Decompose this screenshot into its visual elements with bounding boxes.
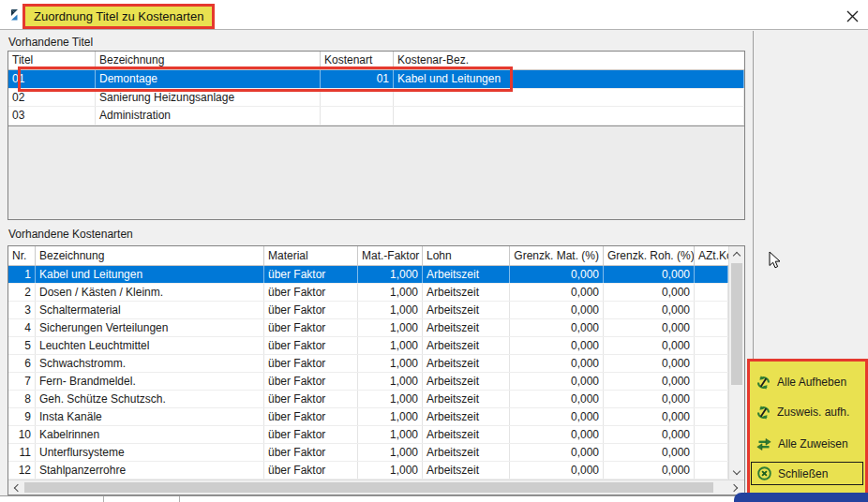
cell-bezeichnung: Sanierung Heizungsanlage [96, 89, 321, 107]
cell-lohn: Arbeitszeit [423, 266, 510, 283]
button-label: Alle Zuweisen [778, 437, 848, 450]
cell-nr: 7 [8, 373, 36, 390]
cell-kostenart_bez [394, 89, 744, 107]
dialog-titlebar: Zuordnung Titel zu Kostenarten [0, 0, 868, 30]
column-header-kostenart[interactable]: Kostenart [321, 52, 394, 69]
table-row[interactable]: 1Kabel und Leitungenüber Faktor1,000Arbe… [8, 266, 728, 284]
cell-grenzk_roh: 0,000 [604, 426, 695, 443]
cell-grenzk_roh: 0,000 [604, 444, 695, 461]
cell-azt [695, 284, 728, 301]
cell-azt [695, 426, 728, 443]
background-window-fragment [734, 493, 868, 502]
table-row[interactable]: 9Insta Kanäleüber Faktor1,000Arbeitszeit… [8, 408, 728, 426]
column-header-bezeichnung[interactable]: Bezeichnung [96, 52, 321, 69]
cell-bezeichnung: Dosen / Kästen / Kleinm. [36, 284, 264, 301]
cell-bezeichnung: Unterflursysteme [36, 444, 264, 461]
cell-mat_faktor: 1,000 [358, 373, 423, 390]
scroll-left-icon[interactable] [8, 480, 23, 495]
table-row[interactable]: 11Unterflursystemeüber Faktor1,000Arbeit… [8, 444, 728, 462]
cell-grenzk_roh: 0,000 [604, 462, 695, 479]
alle-aufheben-button[interactable]: Alle Aufheben [756, 373, 846, 391]
cell-grenzk_mat: 0,000 [510, 408, 604, 425]
table-row[interactable]: 2Dosen / Kästen / Kleinm.über Faktor1,00… [8, 284, 728, 302]
column-header-material[interactable]: Material [264, 246, 358, 265]
schliessen-button[interactable]: Schließen [751, 462, 863, 485]
column-header-mat-faktor[interactable]: Mat.-Faktor [358, 246, 423, 265]
cell-kostenart_bez: Kabel und Leitungen [394, 70, 744, 88]
table-row[interactable]: 10Kabelrinnenüber Faktor1,000Arbeitszeit… [8, 426, 728, 444]
cell-material: über Faktor [264, 426, 358, 443]
cell-nr: 8 [8, 391, 36, 407]
cell-lohn: Arbeitszeit [423, 444, 510, 461]
cell-nr: 2 [8, 284, 36, 301]
cell-lohn: Arbeitszeit [423, 284, 510, 301]
cell-azt [695, 319, 728, 336]
column-header-bezeichnung[interactable]: Bezeichnung [36, 246, 264, 265]
column-header-lohn[interactable]: Lohn [423, 246, 510, 265]
column-header-titel[interactable]: Titel [8, 52, 96, 69]
cell-mat_faktor: 1,000 [358, 355, 423, 372]
cell-mat_faktor: 1,000 [358, 284, 423, 301]
background-window-edge [103, 496, 104, 502]
alle-zuweisen-button[interactable]: Alle Zuweisen [756, 435, 848, 453]
button-label: Alle Aufheben [777, 376, 846, 389]
cell-lohn: Arbeitszeit [423, 355, 510, 372]
cell-grenzk_mat: 0,000 [510, 266, 604, 283]
horizontal-scrollbar-thumb[interactable] [24, 482, 713, 493]
scroll-down-icon[interactable] [729, 465, 744, 480]
cell-nr: 6 [8, 355, 36, 372]
column-header-kostenar-bez[interactable]: Kostenar-Bez. [394, 52, 744, 69]
cell-bezeichnung: Administration [96, 107, 321, 125]
column-header-nr[interactable]: Nr. [8, 246, 36, 265]
cell-lohn: Arbeitszeit [423, 426, 510, 443]
cell-material: über Faktor [264, 444, 358, 461]
zuweisung-aufheben-button[interactable]: Zusweis. aufh. [756, 403, 849, 421]
costtypes-group-label: Vorhandene Kostenarten [8, 228, 133, 241]
column-header-azt-ko[interactable]: AZt.Ko [695, 246, 728, 265]
cell-bezeichnung: Schaltermaterial [36, 302, 264, 318]
dialog-title: Zuordnung Titel zu Kostenarten [34, 9, 203, 23]
cell-nr: 3 [8, 302, 36, 318]
cell-grenzk_roh: 0,000 [604, 266, 695, 283]
cell-nr: 4 [8, 319, 36, 336]
scroll-up-icon[interactable] [729, 246, 744, 261]
cell-bezeichnung: Leuchten Leuchtmittel [36, 337, 264, 354]
unassign-icon [756, 405, 771, 421]
cell-nr: 9 [8, 408, 36, 425]
cell-nr: 5 [8, 337, 36, 354]
cell-lohn: Arbeitszeit [423, 408, 510, 425]
cell-nr: 12 [8, 462, 36, 479]
cell-material: über Faktor [264, 266, 358, 283]
table-row[interactable]: 03Administration [8, 107, 744, 126]
table-row[interactable]: 3Schaltermaterialüber Faktor1,000Arbeits… [8, 302, 728, 319]
cell-material: über Faktor [264, 462, 358, 479]
cell-grenzk_roh: 0,000 [604, 302, 695, 318]
cell-grenzk_mat: 0,000 [510, 319, 604, 336]
cell-grenzk_roh: 0,000 [604, 408, 695, 425]
cell-bezeichnung: Fern- Brandmeldel. [36, 373, 264, 390]
vertical-scrollbar[interactable] [728, 246, 744, 480]
cell-azt [695, 355, 728, 372]
cell-bezeichnung: Geh. Schütze Schutzsch. [36, 391, 264, 407]
table-row[interactable]: 8Geh. Schütze Schutzsch.über Faktor1,000… [8, 391, 728, 408]
cell-bezeichnung: Sicherungen Verteilungen [36, 319, 264, 336]
cell-grenzk_roh: 0,000 [604, 337, 695, 354]
table-row[interactable]: 5Leuchten Leuchtmittelüber Faktor1,000Ar… [8, 337, 728, 355]
close-button[interactable] [841, 6, 863, 26]
cell-azt [695, 408, 728, 425]
column-header-grenzk-roh[interactable]: Grenzk. Roh. (%) [604, 246, 695, 265]
table-row[interactable]: 4Sicherungen Verteilungenüber Faktor1,00… [8, 319, 728, 337]
table-row[interactable]: 01Demontage01Kabel und Leitungen [8, 70, 744, 89]
vertical-scrollbar-thumb[interactable] [731, 263, 742, 385]
cell-kostenart: 01 [321, 70, 394, 88]
cell-titel: 03 [8, 107, 96, 125]
horizontal-scrollbar[interactable] [8, 480, 744, 495]
cell-grenzk_roh: 0,000 [604, 284, 695, 301]
table-row[interactable]: 7Fern- Brandmeldel.über Faktor1,000Arbei… [8, 373, 728, 391]
column-header-grenzk-mat[interactable]: Grenzk. Mat. (%) [510, 246, 604, 265]
table-row[interactable]: 12Stahlpanzerrohreüber Faktor1,000Arbeit… [8, 462, 728, 480]
cell-azt [695, 444, 728, 461]
button-label: Schließen [778, 467, 828, 480]
table-row[interactable]: 6Schwachstromm.über Faktor1,000Arbeitsze… [8, 355, 728, 373]
table-row[interactable]: 02Sanierung Heizungsanlage [8, 89, 744, 108]
